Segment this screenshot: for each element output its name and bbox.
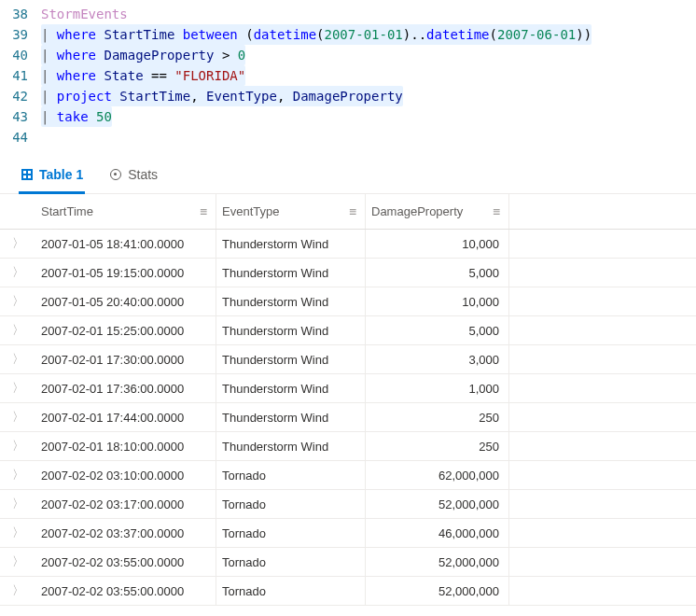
editor-line[interactable]: 43| take 50: [0, 106, 696, 127]
expand-row-icon[interactable]: 〉: [0, 293, 35, 310]
line-number: 39: [0, 24, 41, 45]
cell-eventtype: Tornado: [216, 461, 366, 489]
expand-row-icon[interactable]: 〉: [0, 409, 35, 426]
table-row[interactable]: 〉2007-01-05 19:15:00.0000Thunderstorm Wi…: [0, 259, 696, 287]
cell-starttime: 2007-02-01 15:25:00.0000: [35, 316, 216, 344]
cell-starttime: 2007-02-02 03:55:00.0000: [35, 577, 216, 605]
cell-damageproperty: 52,000,000: [366, 577, 509, 605]
table-row[interactable]: 〉2007-02-01 17:44:00.0000Thunderstorm Wi…: [0, 403, 696, 432]
cell-eventtype: Thunderstorm Wind: [216, 432, 366, 460]
column-menu-icon[interactable]: ≡: [341, 204, 365, 218]
editor-line[interactable]: 44: [0, 127, 696, 147]
table-row[interactable]: 〉2007-01-05 20:40:00.0000Thunderstorm Wi…: [0, 287, 696, 316]
cell-starttime: 2007-02-01 17:36:00.0000: [35, 374, 216, 402]
column-menu-icon[interactable]: ≡: [191, 204, 216, 218]
code-content[interactable]: StormEvents: [41, 4, 696, 24]
cell-starttime: 2007-02-01 18:10:00.0000: [35, 432, 216, 460]
editor-line[interactable]: 42| project StartTime, EventType, Damage…: [0, 86, 696, 106]
table-row[interactable]: 〉2007-02-02 03:55:00.0000Tornado52,000,0…: [0, 548, 696, 577]
code-content[interactable]: [41, 127, 696, 147]
cell-eventtype: Thunderstorm Wind: [216, 374, 366, 402]
table-row[interactable]: 〉2007-02-01 15:25:00.0000Thunderstorm Wi…: [0, 316, 696, 345]
cell-damageproperty: 10,000: [366, 287, 509, 315]
expand-row-icon[interactable]: 〉: [0, 582, 35, 599]
result-tabs: Table 1 Stats: [0, 153, 696, 194]
cell-damageproperty: 250: [366, 432, 509, 460]
expand-row-icon[interactable]: 〉: [0, 380, 35, 397]
table-row[interactable]: 〉2007-02-02 03:10:00.0000Tornado62,000,0…: [0, 461, 696, 490]
table-row[interactable]: 〉2007-02-01 18:10:00.0000Thunderstorm Wi…: [0, 432, 696, 461]
column-menu-icon[interactable]: ≡: [484, 204, 508, 218]
editor-line[interactable]: 38StormEvents: [0, 4, 696, 24]
cell-damageproperty: 250: [366, 403, 509, 431]
expand-row-icon[interactable]: 〉: [0, 351, 35, 368]
stats-icon: [109, 168, 122, 181]
editor-line[interactable]: 40| where DamageProperty > 0: [0, 45, 696, 65]
line-number: 44: [0, 127, 41, 147]
code-content[interactable]: | where StartTime between (datetime(2007…: [41, 24, 696, 45]
expand-row-icon[interactable]: 〉: [0, 264, 35, 281]
cell-starttime: 2007-01-05 18:41:00.0000: [35, 230, 216, 258]
table-row[interactable]: 〉2007-02-01 17:36:00.0000Thunderstorm Wi…: [0, 374, 696, 403]
cell-damageproperty: 5,000: [366, 316, 509, 344]
expand-row-icon[interactable]: 〉: [0, 322, 35, 339]
cell-eventtype: Tornado: [216, 548, 366, 576]
cell-eventtype: Thunderstorm Wind: [216, 345, 366, 373]
expand-row-icon[interactable]: 〉: [0, 467, 35, 483]
cell-damageproperty: 5,000: [366, 259, 509, 287]
table-icon: [21, 168, 34, 181]
tab-stats[interactable]: Stats: [107, 161, 160, 194]
expand-row-icon[interactable]: 〉: [0, 496, 35, 512]
line-number: 42: [0, 86, 41, 106]
line-number: 43: [0, 106, 41, 127]
table-row[interactable]: 〉2007-02-02 03:17:00.0000Tornado52,000,0…: [0, 490, 696, 519]
expand-row-icon[interactable]: 〉: [0, 438, 35, 455]
column-label: DamageProperty: [366, 204, 484, 218]
column-header-damageproperty[interactable]: DamageProperty ≡: [366, 194, 509, 229]
cell-eventtype: Tornado: [216, 577, 366, 605]
cell-eventtype: Tornado: [216, 490, 366, 518]
table-header: StartTime ≡ EventType ≡ DamageProperty ≡: [0, 194, 696, 230]
table-row[interactable]: 〉2007-02-02 03:37:00.0000Tornado46,000,0…: [0, 519, 696, 548]
cell-starttime: 2007-01-05 19:15:00.0000: [35, 259, 216, 287]
table-row[interactable]: 〉2007-02-01 17:30:00.0000Thunderstorm Wi…: [0, 345, 696, 374]
cell-damageproperty: 3,000: [366, 345, 509, 373]
cell-starttime: 2007-01-05 20:40:00.0000: [35, 287, 216, 315]
cell-eventtype: Thunderstorm Wind: [216, 403, 366, 431]
code-content[interactable]: | project StartTime, EventType, DamagePr…: [41, 86, 696, 106]
cell-damageproperty: 46,000,000: [366, 519, 509, 547]
cell-eventtype: Tornado: [216, 519, 366, 547]
editor-line[interactable]: 41| where State == "FLORIDA": [0, 65, 696, 86]
editor-line[interactable]: 39| where StartTime between (datetime(20…: [0, 24, 696, 45]
expand-row-icon[interactable]: 〉: [0, 235, 35, 252]
line-number: 41: [0, 65, 41, 86]
tab-label: Table 1: [39, 167, 83, 182]
cell-damageproperty: 10,000: [366, 230, 509, 258]
column-header-eventtype[interactable]: EventType ≡: [216, 194, 366, 229]
tab-table1[interactable]: Table 1: [19, 161, 85, 194]
table-row[interactable]: 〉2007-02-02 03:55:00.0000Tornado52,000,0…: [0, 577, 696, 606]
code-content[interactable]: | where DamageProperty > 0: [41, 45, 696, 65]
expand-row-icon[interactable]: 〉: [0, 525, 35, 541]
results-table: StartTime ≡ EventType ≡ DamageProperty ≡…: [0, 194, 696, 606]
cell-starttime: 2007-02-01 17:44:00.0000: [35, 403, 216, 431]
code-content[interactable]: | where State == "FLORIDA": [41, 65, 696, 86]
line-number: 40: [0, 45, 41, 65]
cell-starttime: 2007-02-02 03:55:00.0000: [35, 548, 216, 576]
cell-starttime: 2007-02-02 03:10:00.0000: [35, 461, 216, 489]
column-header-starttime[interactable]: StartTime ≡: [35, 194, 216, 229]
query-editor[interactable]: 38StormEvents39| where StartTime between…: [0, 0, 696, 153]
cell-damageproperty: 62,000,000: [366, 461, 509, 489]
table-row[interactable]: 〉2007-01-05 18:41:00.0000Thunderstorm Wi…: [0, 230, 696, 259]
cell-damageproperty: 1,000: [366, 374, 509, 402]
cell-damageproperty: 52,000,000: [366, 548, 509, 576]
column-label: StartTime: [35, 204, 191, 218]
column-label: EventType: [216, 204, 341, 218]
cell-eventtype: Thunderstorm Wind: [216, 316, 366, 344]
cell-starttime: 2007-02-02 03:37:00.0000: [35, 519, 216, 547]
cell-eventtype: Thunderstorm Wind: [216, 287, 366, 315]
cell-damageproperty: 52,000,000: [366, 490, 509, 518]
expand-row-icon[interactable]: 〉: [0, 553, 35, 570]
code-content[interactable]: | take 50: [41, 106, 696, 127]
cell-starttime: 2007-02-02 03:17:00.0000: [35, 490, 216, 518]
